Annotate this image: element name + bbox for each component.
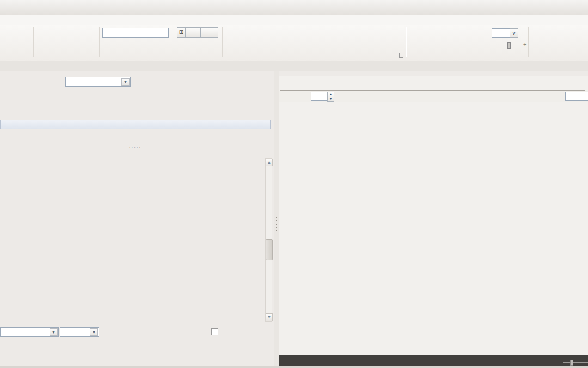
risk-chart-plot[interactable] bbox=[279, 102, 588, 266]
chart-status-bar: − bbox=[279, 355, 588, 366]
exp-button[interactable] bbox=[186, 27, 201, 38]
interval-select[interactable] bbox=[492, 28, 511, 38]
analysis-panel: ▲▼ − bbox=[279, 76, 588, 368]
title-bar bbox=[0, 0, 588, 15]
speed-minus-icon[interactable]: − bbox=[492, 40, 495, 47]
chevron-down-icon[interactable]: ▼ bbox=[121, 78, 130, 86]
ribbon-separator bbox=[406, 27, 406, 57]
interval-dropdown-arrow[interactable]: v bbox=[510, 28, 518, 38]
scope-select[interactable]: ▼ bbox=[60, 327, 99, 337]
chain-scrollbar[interactable]: ▲ ▼ bbox=[265, 158, 272, 322]
commit-trade-button[interactable] bbox=[61, 27, 97, 43]
splitter-handle[interactable]: ····· bbox=[0, 146, 271, 149]
splitter-handle[interactable]: ····· bbox=[0, 113, 271, 116]
ribbon-toolbar: ⊞ v − + bbox=[0, 25, 588, 62]
zoom-out-icon[interactable]: − bbox=[558, 357, 561, 363]
chevron-down-icon[interactable]: ▼ bbox=[50, 328, 58, 336]
combined-select[interactable]: ▼ bbox=[0, 327, 59, 337]
zoom-slider-thumb[interactable] bbox=[570, 360, 573, 366]
reports-button[interactable] bbox=[3, 27, 32, 43]
analysis-tabs bbox=[280, 79, 585, 91]
optionnet-explorer-window: ⊞ v − + ▼ bbox=[0, 0, 588, 368]
play-icon[interactable] bbox=[432, 27, 451, 46]
export-sheet-icon[interactable] bbox=[242, 77, 251, 86]
commit-trade-icon bbox=[72, 27, 86, 41]
commit-icon[interactable] bbox=[185, 77, 193, 86]
ignore-trades-checkbox[interactable] bbox=[211, 328, 218, 335]
trade-log-button[interactable] bbox=[36, 27, 62, 43]
open-position-header: ▼ bbox=[0, 75, 275, 88]
chevron-down-icon[interactable]: ▼ bbox=[90, 328, 98, 336]
search-icon[interactable] bbox=[228, 77, 237, 86]
panel-splitter[interactable] bbox=[274, 71, 279, 368]
ribbon-separator bbox=[99, 27, 100, 57]
dialog-launcher-icon[interactable] bbox=[399, 53, 403, 58]
ribbon-separator bbox=[33, 27, 34, 57]
trading-date-input[interactable] bbox=[102, 28, 169, 38]
trade-filter-row: ▼ ▼ bbox=[0, 327, 275, 338]
bottom-edge bbox=[0, 366, 588, 368]
projection-date-input[interactable] bbox=[565, 92, 588, 101]
speed-slider-thumb[interactable] bbox=[507, 42, 511, 49]
ribbon-separator bbox=[222, 27, 223, 57]
scroll-down-icon[interactable]: ▼ bbox=[266, 313, 273, 321]
trade-log-icon bbox=[42, 27, 56, 41]
position-select[interactable]: ▼ bbox=[65, 77, 131, 87]
spinner-arrows[interactable]: ▲▼ bbox=[327, 92, 334, 102]
scroll-up-icon[interactable]: ▲ bbox=[266, 159, 273, 166]
calendar-icon[interactable] bbox=[167, 28, 175, 37]
scrollbar-thumb[interactable] bbox=[266, 239, 273, 260]
greeks-by-strike-panel bbox=[279, 266, 588, 355]
expiry-group-bar[interactable] bbox=[0, 120, 271, 129]
app-logo-atom-icon bbox=[551, 28, 581, 52]
ribbon-separator bbox=[528, 27, 529, 57]
menu-bar bbox=[0, 15, 588, 26]
reports-icon bbox=[10, 27, 24, 41]
chart-controls-row: ▲▼ bbox=[279, 91, 588, 102]
close-position-icon[interactable] bbox=[255, 77, 264, 86]
live-button[interactable] bbox=[201, 27, 218, 38]
time-picker-button[interactable]: ⊞ bbox=[177, 27, 186, 38]
account-strip bbox=[0, 61, 588, 71]
zoom-slider-track[interactable] bbox=[564, 362, 588, 363]
speed-plus-icon[interactable]: + bbox=[523, 41, 526, 47]
